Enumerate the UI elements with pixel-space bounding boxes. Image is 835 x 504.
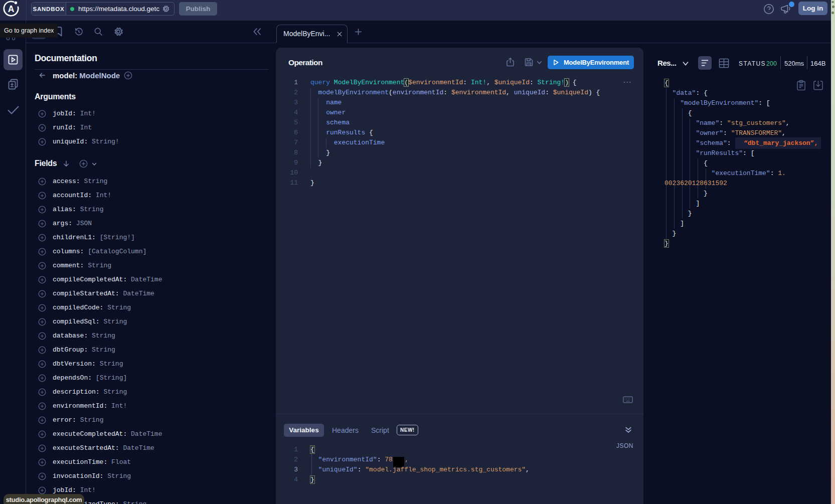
svg-text:A: A <box>8 4 15 14</box>
